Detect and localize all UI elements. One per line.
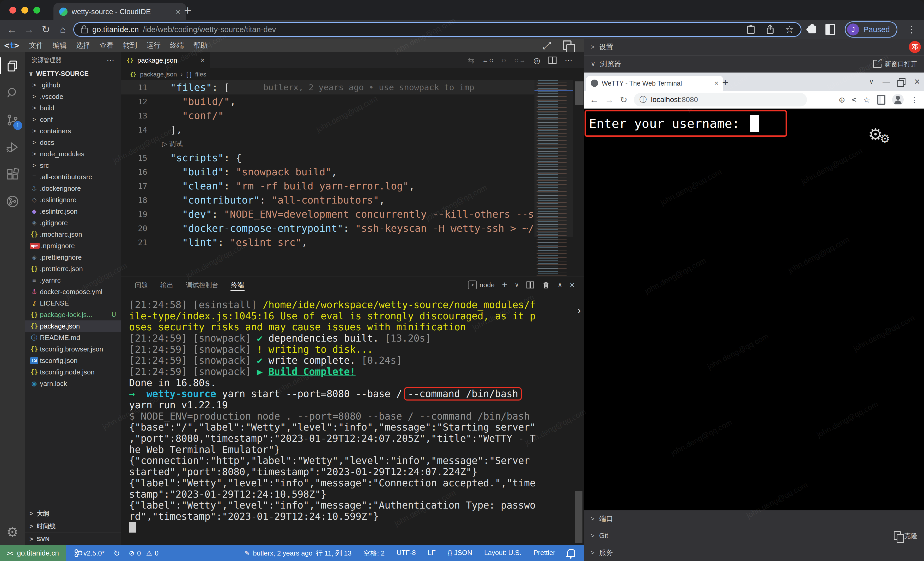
editor-tab-close-icon[interactable]: × bbox=[201, 56, 205, 65]
section-browser[interactable]: ∨ 浏览器 新窗口打开 bbox=[584, 56, 924, 72]
current-change-icon[interactable]: ○ bbox=[502, 56, 506, 65]
notifications-bell-icon[interactable] bbox=[567, 549, 575, 556]
tab-close-icon[interactable]: × bbox=[176, 7, 180, 17]
settings-gear-icon[interactable]: ⚙ bbox=[0, 520, 25, 544]
tree-item[interactable]: {} package-lock.js... U bbox=[25, 309, 121, 320]
remote-indicator[interactable]: >< go.titanide.cn bbox=[0, 545, 66, 561]
activity-search-icon[interactable] bbox=[0, 79, 25, 107]
zoom-in-icon[interactable]: ⊕ bbox=[838, 95, 845, 104]
reload-icon[interactable]: ↻ bbox=[40, 24, 51, 35]
tree-item[interactable]: > build bbox=[25, 102, 121, 114]
explorer-more-icon[interactable]: ⋯ bbox=[106, 56, 114, 65]
compare-changes-icon[interactable]: ⇆ bbox=[468, 56, 474, 65]
address-bar[interactable]: go.titanide.cn/ide/web/coding/wetty-sour… bbox=[73, 22, 801, 37]
share-icon[interactable] bbox=[766, 24, 775, 35]
tab-search-chevron-icon[interactable]: ∨ bbox=[869, 78, 874, 85]
tree-item[interactable]: > node_modules bbox=[25, 148, 121, 160]
menu-item[interactable]: 转到 bbox=[118, 42, 142, 49]
tree-item[interactable]: > containers bbox=[25, 125, 121, 137]
back-icon[interactable]: ← bbox=[7, 24, 17, 35]
embedded-tab-close-icon[interactable]: × bbox=[714, 79, 718, 87]
tree-item[interactable]: ◉ yarn.lock bbox=[25, 378, 121, 389]
tree-item[interactable]: ≡ .yarnrc bbox=[25, 275, 121, 286]
layout-icon[interactable] bbox=[562, 41, 572, 50]
statusbar-item[interactable]: {} JSON bbox=[448, 549, 472, 558]
terminal-scrollbar[interactable] bbox=[574, 491, 582, 543]
close-panel-icon[interactable]: × bbox=[570, 280, 574, 290]
panel-tab[interactable]: 问题 bbox=[129, 277, 154, 293]
tree-item[interactable]: ◆ .eslintrc.json bbox=[25, 206, 121, 217]
clone-button[interactable]: 克隆 bbox=[894, 531, 917, 540]
sidebar-section-header[interactable]: > 大纲 bbox=[25, 507, 121, 520]
sidebar-section-header[interactable]: > SVN bbox=[25, 532, 121, 545]
panel-tab[interactable]: 终端 bbox=[225, 277, 250, 293]
menu-item[interactable]: 终端 bbox=[165, 42, 189, 49]
split-editor-icon[interactable] bbox=[548, 56, 557, 65]
browser-menu-icon[interactable]: ⋮ bbox=[907, 24, 916, 35]
activity-svn-icon[interactable] bbox=[0, 188, 25, 215]
tree-item[interactable]: ≡ .all-contributorsrc bbox=[25, 171, 121, 183]
menu-item[interactable]: 编辑 bbox=[48, 42, 72, 49]
tree-item[interactable]: ⚓ docker-compose.yml bbox=[25, 286, 121, 298]
statusbar-item[interactable]: 空格: 2 bbox=[363, 549, 385, 558]
branch-indicator[interactable]: v2.5.0* bbox=[75, 549, 105, 557]
statusbar-item[interactable]: Prettier bbox=[534, 549, 555, 558]
menu-item[interactable]: 帮助 bbox=[189, 42, 212, 49]
kill-terminal-trash-icon[interactable] bbox=[542, 281, 550, 289]
menu-item[interactable]: 运行 bbox=[142, 42, 165, 49]
terminal-dropdown-icon[interactable]: ∨ bbox=[514, 281, 519, 288]
timeline-icon[interactable]: ◎ bbox=[534, 56, 540, 65]
new-terminal-icon[interactable]: + bbox=[502, 280, 507, 290]
statusbar-item[interactable]: LF bbox=[428, 549, 436, 558]
tree-item[interactable]: > conf bbox=[25, 114, 121, 125]
tree-item[interactable]: ⚷ LICENSE bbox=[25, 298, 121, 309]
project-root-item[interactable]: ∨ WETTY-SOURCE bbox=[25, 68, 121, 79]
open-new-window-button[interactable]: 新窗口打开 bbox=[873, 60, 917, 68]
menu-item[interactable]: 查看 bbox=[95, 42, 118, 49]
embedded-profile-icon[interactable] bbox=[892, 94, 904, 105]
tree-item[interactable]: {} .mocharc.json bbox=[25, 229, 121, 240]
embedded-close-icon[interactable]: × bbox=[914, 76, 920, 87]
tree-item[interactable]: ◈ .prettierignore bbox=[25, 251, 121, 263]
editor-scrollbar[interactable] bbox=[575, 81, 584, 105]
menu-item[interactable]: 选择 bbox=[72, 42, 95, 49]
tree-item[interactable]: ◇ .eslintignore bbox=[25, 194, 121, 206]
user-badge[interactable]: 邓 bbox=[909, 41, 921, 53]
next-change-icon[interactable]: ○→ bbox=[514, 56, 526, 65]
tree-item[interactable]: ⓘ README.md bbox=[25, 332, 121, 343]
tree-item[interactable]: > .vscode bbox=[25, 91, 121, 102]
breadcrumb[interactable]: {} package.json › [ ] files bbox=[121, 68, 584, 80]
embedded-forward-icon[interactable]: → bbox=[605, 95, 614, 105]
tree-item[interactable]: {} package.json bbox=[25, 320, 121, 332]
fullscreen-icon[interactable]: ↗↙ bbox=[542, 41, 552, 50]
section-services[interactable]: > 服务 bbox=[584, 544, 924, 561]
wetty-settings-gears-icon[interactable]: ⚙⚙ bbox=[868, 125, 893, 144]
minimize-icon[interactable]: — bbox=[882, 78, 890, 86]
panel-tab[interactable]: 输出 bbox=[154, 277, 180, 293]
activity-explorer-icon[interactable] bbox=[0, 52, 25, 79]
section-ports[interactable]: > 端口 bbox=[584, 510, 924, 527]
sidebar-section-header[interactable]: > 时间线 bbox=[25, 520, 121, 532]
previous-change-icon[interactable]: ←○ bbox=[482, 56, 494, 65]
statusbar-blame[interactable]: ✎ butlerx, 2 years ago bbox=[244, 549, 312, 557]
sync-icon[interactable]: ↻ bbox=[113, 549, 120, 558]
restore-icon[interactable] bbox=[899, 78, 906, 85]
tree-item[interactable]: > docs bbox=[25, 137, 121, 148]
tree-item[interactable]: > .github bbox=[25, 79, 121, 91]
statusbar-item[interactable]: 行 11, 列 13 bbox=[316, 549, 351, 558]
tree-item[interactable]: TS tsconfig.json bbox=[25, 355, 121, 366]
tree-item[interactable]: {} tsconfig.node.json bbox=[25, 366, 121, 378]
editor-more-icon[interactable]: ⋯ bbox=[565, 56, 573, 65]
embedded-reload-icon[interactable]: ↻ bbox=[620, 95, 627, 105]
statusbar-item[interactable]: UTF-8 bbox=[396, 549, 416, 558]
new-tab-button[interactable]: + bbox=[184, 4, 191, 17]
terminal-shell-picker[interactable]: > node bbox=[468, 281, 495, 289]
embedded-address-bar[interactable]: ⓘ localhost:8080 bbox=[634, 93, 807, 107]
site-info-icon[interactable]: ⓘ bbox=[639, 95, 647, 105]
activity-source-control-icon[interactable]: 1 bbox=[0, 107, 25, 134]
breadcrumb-file[interactable]: package.json bbox=[140, 71, 177, 78]
tree-item[interactable]: > src bbox=[25, 160, 121, 171]
window-maximize-button[interactable] bbox=[33, 7, 40, 14]
embedded-sidepanel-icon[interactable] bbox=[877, 95, 885, 105]
activity-extensions-icon[interactable] bbox=[0, 161, 25, 188]
